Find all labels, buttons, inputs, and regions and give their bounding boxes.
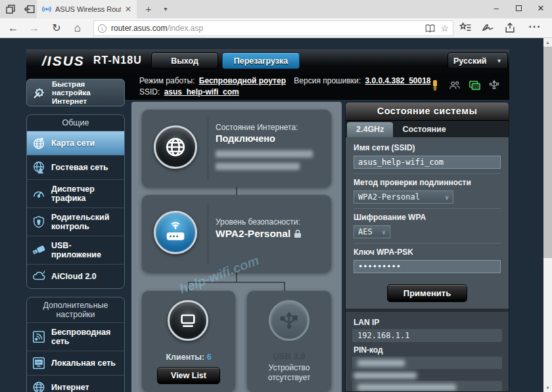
lan-ip-label: LAN IP <box>346 315 509 329</box>
share-icon[interactable] <box>503 21 519 35</box>
redacted-wan-ip <box>216 150 313 158</box>
sidebar-item-lan[interactable]: Локальная сеть <box>27 351 124 375</box>
section-title-advanced: Дополнительные настройки <box>27 297 124 322</box>
pin-code-value <box>352 357 502 369</box>
mode-link[interactable]: Беспроводной роутер <box>199 76 286 85</box>
usb-application-icon <box>32 243 46 257</box>
router-model: RT-N18U <box>93 54 142 66</box>
firmware-label: Версия прошивки: <box>294 76 361 85</box>
tab-preview-icon[interactable] <box>5 3 16 15</box>
scroll-up-icon[interactable]: ▴ <box>543 38 552 47</box>
connector-line <box>284 282 285 291</box>
ssid-label: SSID: <box>139 87 160 97</box>
clients-count: 6 <box>207 353 212 362</box>
ssid-field-label: Имя сети (SSID) <box>354 143 501 152</box>
wpa-encryption-select[interactable]: AES ∨ <box>354 225 390 238</box>
quick-setup-button[interactable]: Быстрая настройка Интернет <box>26 79 125 106</box>
traffic-manager-icon <box>32 186 46 201</box>
scroll-down-icon[interactable]: ▾ <box>543 383 552 392</box>
sidebar-item-guest-network[interactable]: Гостевая сеть <box>27 155 124 179</box>
parental-control-icon <box>32 215 46 229</box>
lan-icon <box>32 356 46 370</box>
browser-tab[interactable]: ASUS Wireless Router R ✕ <box>37 0 137 18</box>
chevron-down-icon: ∨ <box>445 194 449 201</box>
section-title-general: Общие <box>27 115 124 131</box>
language-selector[interactable]: Русский ▼ <box>448 53 508 69</box>
wireless-icon <box>32 330 46 344</box>
auth-method-label: Метод проверки подлинности <box>354 178 501 187</box>
forward-button[interactable]: → <box>25 18 43 38</box>
divider <box>208 118 208 179</box>
network-map-icon <box>32 136 46 150</box>
sidebar: Быстрая настройка Интернет Общие Карта с… <box>26 79 125 392</box>
sidebar-item-wireless[interactable]: Беспроводная сеть <box>27 322 124 351</box>
usb-card[interactable]: USB 3.0 Устройство отсутствует <box>247 291 331 392</box>
favorite-star-icon[interactable]: ☆ <box>440 23 449 33</box>
internet-status-value: Подключено <box>216 133 313 144</box>
internet-status-card[interactable]: Состояние Интернета: Подключено <box>142 110 331 187</box>
clients-card[interactable]: Клиенты: 6 View List <box>142 291 235 392</box>
led-status-icon[interactable] <box>429 79 441 92</box>
home-button[interactable]: ⌂ <box>68 18 87 38</box>
monitor-icon <box>168 300 208 341</box>
system-status-panel: Состояние системы 2.4GHz Состояние Имя с… <box>345 102 509 392</box>
redacted-label <box>346 369 509 381</box>
tab-status[interactable]: Состояние <box>393 122 455 137</box>
redacted-value <box>352 381 502 392</box>
panel-title: Состояние системы <box>346 102 509 121</box>
new-tab-button[interactable]: + <box>141 0 156 18</box>
url-text: router.asus.com/index.asp <box>111 24 420 33</box>
refresh-button[interactable]: ↻ <box>47 18 66 38</box>
tab-list-chevron-icon[interactable]: ▾ <box>158 0 173 18</box>
wpa-key-input[interactable] <box>354 260 501 273</box>
reboot-button[interactable]: Перезагрузка <box>222 53 300 69</box>
view-list-button[interactable]: View List <box>157 367 220 384</box>
scrollbar-thumb[interactable] <box>543 47 552 258</box>
sidebar-section-advanced: Дополнительные настройки Беспроводная се… <box>26 297 125 392</box>
browser-addressbar: ← → ↻ ⌂ i router.asus.com/index.asp ☆ ··… <box>0 18 552 38</box>
usb-status-icon[interactable] <box>488 79 500 92</box>
hub-icon[interactable] <box>459 21 474 35</box>
logout-button[interactable]: Выход <box>151 53 218 69</box>
back-button[interactable]: ← <box>4 18 22 38</box>
chevron-down-icon: ∨ <box>382 229 386 236</box>
apply-button[interactable]: Применить <box>387 284 467 302</box>
ssid-input[interactable] <box>354 156 501 169</box>
security-level-value: WPA2-Personal <box>216 228 290 240</box>
internet-icon <box>32 380 46 392</box>
wired-status-icon[interactable] <box>469 79 480 92</box>
guest-network-icon <box>32 160 46 175</box>
auth-method-select[interactable]: WPA2-Personal ∨ <box>354 190 453 204</box>
set-aside-tabs-icon[interactable] <box>24 3 35 15</box>
close-tab-icon[interactable]: ✕ <box>125 5 131 14</box>
sidebar-item-parental-control[interactable]: Родительский контроль <box>27 207 124 236</box>
ssid-link[interactable]: asus_help-wifi_com <box>164 87 239 97</box>
sidebar-item-network-map[interactable]: Карта сети <box>27 131 124 155</box>
sidebar-item-internet[interactable]: Интернет <box>27 375 124 392</box>
firmware-link[interactable]: 3.0.0.4.382_50018 <box>365 76 430 85</box>
router-header: /ISUS RT-N18U Выход Перезагрузка Русский… <box>26 49 509 73</box>
close-button[interactable]: ✕ <box>530 0 552 18</box>
tab-24ghz[interactable]: 2.4GHz <box>347 122 393 137</box>
gear-wrench-icon <box>32 85 47 100</box>
lan-ip-value: 192.168.1.1 <box>352 329 502 342</box>
page-scrollbar[interactable]: ▴ ▾ <box>543 38 552 392</box>
sidebar-section-general: Общие Карта сети Гостевая сеть Диспетчер… <box>26 114 125 289</box>
page-info-icon[interactable]: i <box>98 24 106 33</box>
url-field[interactable]: i router.asus.com/index.asp ☆ <box>93 20 453 36</box>
minimize-button[interactable]: – <box>485 0 507 18</box>
usb-status: Устройство отсутствует <box>247 363 331 383</box>
more-options-icon[interactable]: ··· <box>527 21 543 35</box>
router-icon <box>154 211 197 254</box>
wireless-favicon-icon <box>42 5 51 14</box>
reading-view-icon[interactable] <box>425 24 435 33</box>
tab-title: ASUS Wireless Router R <box>55 5 121 13</box>
browser-titlebar: ASUS Wireless Router R ✕ + ▾ – ✕ <box>0 0 552 18</box>
clients-label: Клиенты: <box>166 353 204 362</box>
sidebar-item-usb-application[interactable]: USB-приложение <box>27 236 124 264</box>
sidebar-item-traffic-manager[interactable]: Диспетчер трафика <box>27 179 124 207</box>
maximize-button[interactable] <box>507 0 530 18</box>
clients-status-icon[interactable] <box>449 79 461 92</box>
sidebar-item-aicloud[interactable]: AiCloud 2.0 <box>27 264 124 288</box>
web-note-icon[interactable] <box>481 21 497 35</box>
